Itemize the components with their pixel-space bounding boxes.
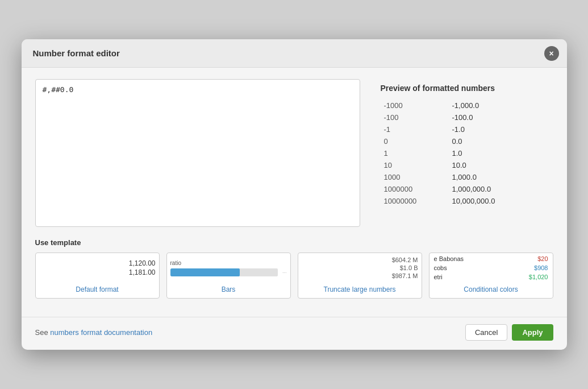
- modal-title: Number format editor: [33, 48, 120, 58]
- doc-link[interactable]: numbers format documentation: [50, 328, 152, 337]
- cancel-button[interactable]: Cancel: [465, 324, 507, 341]
- template-thumbnail-conditional: e Babonas $20 cobs $908 etri $1,020: [429, 253, 553, 283]
- preview-input: 1000000: [381, 183, 449, 195]
- preview-output: 1,000,000.0: [449, 183, 553, 195]
- preview-input: 1: [381, 147, 449, 159]
- format-input[interactable]: #,##0.0: [35, 79, 360, 227]
- preview-row: 1 1.0: [381, 147, 553, 159]
- modal-footer: See numbers format documentation Cancel …: [22, 317, 567, 350]
- footer-doc-text: See numbers format documentation: [35, 328, 153, 337]
- modal-body: #,##0.0 Preview of formatted numbers -10…: [22, 68, 567, 317]
- preview-output: 1.0: [449, 147, 553, 159]
- template-thumbnail-truncate: $604.2 M $1.0 B $987.1 M: [298, 253, 422, 283]
- preview-output: -1.0: [449, 123, 553, 135]
- preview-input: 10000000: [381, 195, 449, 207]
- preview-row: 10 10.0: [381, 159, 553, 171]
- preview-row: 10000000 10,000,000.0: [381, 195, 553, 207]
- template-card-default[interactable]: 1,120.00 1,181.00 Default format: [35, 253, 160, 299]
- preview-output: 0.0: [449, 135, 553, 147]
- template-name-default[interactable]: Default format: [36, 283, 159, 298]
- preview-panel: Preview of formatted numbers -1000 -1,00…: [372, 79, 553, 227]
- close-button[interactable]: ×: [544, 46, 559, 61]
- template-name-truncate[interactable]: Truncate large numbers: [298, 283, 422, 298]
- preview-input: 10: [381, 159, 449, 171]
- preview-row: 0 0.0: [381, 135, 553, 147]
- preview-input: 1000: [381, 171, 449, 183]
- preview-output: 10,000,000.0: [449, 195, 553, 207]
- modal-header: Number format editor ×: [22, 39, 567, 68]
- dialog: Number format editor × #,##0.0 Preview o…: [22, 39, 567, 350]
- template-name-conditional[interactable]: Conditional colors: [429, 283, 553, 298]
- template-card-bars[interactable]: ratio ··· Bars: [166, 253, 291, 299]
- preview-row: 1000 1,000.0: [381, 171, 553, 183]
- apply-button[interactable]: Apply: [512, 324, 553, 341]
- preview-output: -1,000.0: [449, 100, 553, 111]
- preview-output: 10.0: [449, 159, 553, 171]
- preview-row: -100 -100.0: [381, 111, 553, 123]
- template-thumbnail-default: 1,120.00 1,181.00: [36, 253, 159, 283]
- templates-label: Use template: [35, 238, 553, 247]
- template-name-bars[interactable]: Bars: [167, 283, 290, 298]
- preview-output: -100.0: [449, 111, 553, 123]
- preview-output: 1,000.0: [449, 171, 553, 183]
- preview-input: -1000: [381, 100, 449, 111]
- editor-row: #,##0.0 Preview of formatted numbers -10…: [35, 79, 553, 227]
- preview-row: -1000 -1,000.0: [381, 100, 553, 111]
- footer-buttons: Cancel Apply: [465, 324, 553, 341]
- preview-row: -1 -1.0: [381, 123, 553, 135]
- modal-overlay: Number format editor × #,##0.0 Preview o…: [0, 0, 588, 389]
- preview-input: -100: [381, 111, 449, 123]
- template-card-truncate[interactable]: $604.2 M $1.0 B $987.1 M Truncate large …: [298, 253, 422, 299]
- preview-input: -1: [381, 123, 449, 135]
- preview-input: 0: [381, 135, 449, 147]
- preview-table: -1000 -1,000.0 -100 -100.0 -1 -1.0 0 0.0…: [381, 100, 553, 207]
- template-card-conditional[interactable]: e Babonas $20 cobs $908 etri $1,020: [429, 253, 553, 299]
- template-thumbnail-bars: ratio ···: [167, 253, 290, 283]
- templates-section: Use template 1,120.00 1,181.00 Default f…: [35, 238, 553, 299]
- templates-row: 1,120.00 1,181.00 Default format ratio: [35, 253, 553, 299]
- preview-row: 1000000 1,000,000.0: [381, 183, 553, 195]
- preview-title: Preview of formatted numbers: [381, 84, 553, 93]
